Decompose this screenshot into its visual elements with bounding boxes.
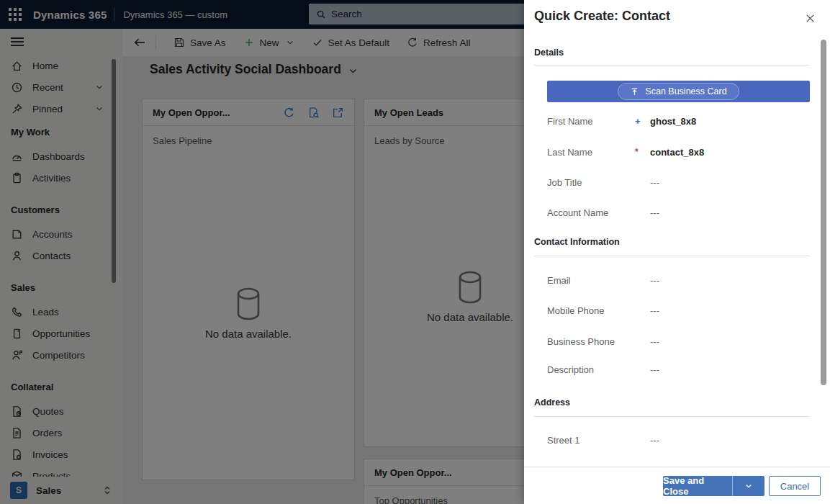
section-divider (534, 256, 810, 256)
save-and-close-button[interactable]: Save and Close (663, 476, 732, 496)
quick-create-footer: Save and Close Cancel (524, 467, 830, 504)
panel-scrollbar[interactable] (821, 40, 826, 385)
field-mobile-phone: Mobile Phone --- (547, 302, 810, 318)
description-input[interactable]: --- (650, 364, 810, 375)
mobile-phone-input[interactable]: --- (650, 305, 810, 316)
section-contact-information: Contact Information (534, 237, 620, 247)
field-label: Email (547, 275, 635, 286)
scan-business-card-label: Scan Business Card (645, 86, 726, 96)
field-description: Description --- (547, 361, 810, 377)
field-email: Email --- (547, 272, 810, 288)
field-first-name: First Name + ghost_8x8 (547, 113, 810, 129)
section-details: Details (534, 48, 564, 58)
street-1-input[interactable]: --- (650, 435, 810, 446)
save-and-close-split-button: Save and Close (663, 476, 764, 496)
job-title-input[interactable]: --- (650, 177, 810, 188)
upload-icon (630, 87, 639, 96)
save-options-dropdown[interactable] (732, 476, 764, 496)
scan-business-card-button[interactable]: Scan Business Card (547, 81, 810, 102)
required-marker: * (635, 147, 650, 157)
field-label: Last Name (547, 147, 635, 158)
email-input[interactable]: --- (650, 275, 810, 286)
section-divider (534, 416, 810, 417)
section-divider (534, 65, 810, 66)
scan-business-card-pill: Scan Business Card (618, 83, 739, 100)
recommended-marker: + (635, 116, 650, 127)
business-phone-input[interactable]: --- (650, 336, 810, 347)
field-label: Street 1 (547, 435, 635, 446)
field-label: Mobile Phone (547, 305, 635, 316)
field-label: Account Name (547, 207, 635, 218)
section-address: Address (534, 397, 570, 408)
chevron-down-icon (744, 482, 753, 490)
account-name-input[interactable]: --- (650, 207, 810, 218)
first-name-input[interactable]: ghost_8x8 (650, 116, 810, 127)
field-job-title: Job Title --- (547, 174, 810, 190)
field-label: First Name (547, 116, 635, 127)
field-label: Job Title (547, 177, 635, 188)
field-account-name: Account Name --- (547, 204, 810, 220)
field-last-name: Last Name * contact_8x8 (547, 144, 810, 160)
field-business-phone: Business Phone --- (547, 333, 810, 349)
quick-create-panel: Quick Create: Contact Details Scan Busin… (524, 0, 830, 504)
last-name-input[interactable]: contact_8x8 (650, 147, 810, 158)
field-label: Business Phone (547, 336, 635, 347)
field-label: Description (547, 364, 635, 375)
close-icon[interactable] (805, 13, 816, 24)
quick-create-title: Quick Create: Contact (534, 9, 670, 24)
cancel-button[interactable]: Cancel (769, 476, 821, 496)
field-street-1: Street 1 --- (547, 432, 810, 448)
